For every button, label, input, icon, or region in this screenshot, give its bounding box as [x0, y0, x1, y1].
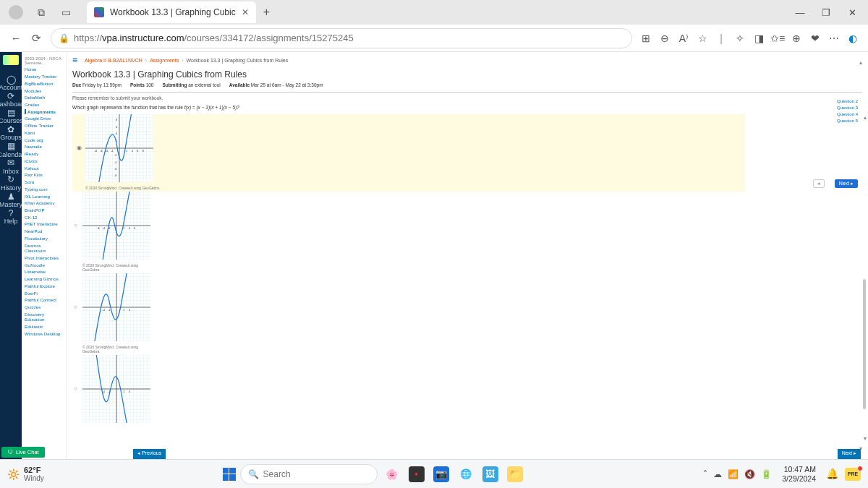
start-button[interactable]: [223, 468, 236, 481]
scroll-thumb[interactable]: [863, 279, 866, 409]
coursenav-ck-12[interactable]: CK-12: [25, 215, 63, 220]
live-chat-button[interactable]: 🗨 Live Chat: [1, 447, 45, 458]
coursenav-iready[interactable]: iReady: [25, 151, 63, 156]
tray-volume-icon[interactable]: 🔇: [744, 469, 755, 479]
content-scrollbar[interactable]: ▴ ▴ ▾ ▾: [859, 55, 867, 456]
notifications-icon[interactable]: 🔔: [826, 468, 839, 481]
coursenav-kami[interactable]: Kami: [25, 130, 63, 135]
system-tray[interactable]: ˄ ☁ 📶 🔇 🔋 10:47 AM 3/29/2024 🔔 PRE: [703, 465, 861, 482]
coursenav-icivics[interactable]: iCivics: [25, 158, 63, 163]
hamburger-icon[interactable]: ≡: [72, 55, 77, 65]
scroll-up-icon[interactable]: ▴: [864, 114, 867, 121]
tab-actions-icon[interactable]: ▭: [59, 6, 72, 19]
coursenav-typing-com[interactable]: Typing.com: [25, 187, 63, 192]
new-tab-button[interactable]: +: [263, 6, 270, 19]
coursenav-pivot-interactives[interactable]: Pivot Interactives: [25, 255, 63, 260]
tray-chevron-icon[interactable]: ˄: [703, 469, 707, 479]
tool-prev-button[interactable]: ◂: [813, 179, 825, 188]
taskbar-app-camera-icon[interactable]: 📷: [433, 466, 449, 482]
radio-icon[interactable]: ○: [74, 222, 77, 228]
weather-widget[interactable]: 🔆 62°F Windy: [7, 466, 44, 482]
taskbar-app-explorer-icon[interactable]: 📁: [507, 466, 523, 482]
coursenav-listenwise[interactable]: Listenwise: [25, 269, 63, 274]
answer-choice-d[interactable]: ○ -22-44: [72, 355, 145, 426]
breadcrumb-section[interactable]: Assignments: [150, 58, 179, 63]
coursenav-nearpod[interactable]: NearPod: [25, 228, 63, 234]
coursenav-grades[interactable]: Grades: [25, 102, 63, 107]
module-next-button[interactable]: Next ▸: [838, 449, 861, 459]
profile-avatar-icon[interactable]: [9, 5, 23, 20]
coursenav-kahoot[interactable]: Kahoot: [25, 166, 63, 171]
taskbar-app-edge-icon[interactable]: 🌐: [458, 466, 474, 482]
answer-choice-b[interactable]: ○ -22-44-66 © 2020 StrongMind. Created u…: [72, 192, 145, 273]
extensions-icon[interactable]: ✧: [731, 33, 749, 44]
coursenav-khan-academy[interactable]: Khan Academy: [25, 200, 63, 205]
coursenav-phet-interactive[interactable]: PhET Interactive: [25, 221, 63, 226]
back-button[interactable]: ←: [6, 32, 26, 44]
school-logo-icon[interactable]: [3, 55, 19, 65]
copilot-icon[interactable]: ◐: [843, 33, 862, 44]
tray-wifi-icon[interactable]: 📶: [728, 469, 739, 479]
collections-icon[interactable]: ⊕: [787, 33, 806, 44]
coursenav-pathful-connect[interactable]: Pathful Connect: [25, 297, 63, 302]
refresh-button[interactable]: ⟳: [26, 32, 46, 45]
coursenav-discovery-education[interactable]: Discovery Education: [25, 312, 63, 322]
module-prev-button[interactable]: ◂ Previous: [133, 449, 166, 459]
coursenav-deltamath[interactable]: DeltaMath: [25, 95, 63, 100]
coursenav-google-drive[interactable]: Google Drive: [25, 116, 63, 121]
coursenav-everfi[interactable]: EverFi: [25, 291, 63, 296]
coursenav-flocabulary[interactable]: Flocabulary: [25, 236, 63, 241]
tool-next-button[interactable]: Next ▸: [835, 179, 858, 188]
taskbar-clock[interactable]: 10:47 AM 3/29/2024: [782, 465, 816, 482]
zoom-icon[interactable]: ⊖: [655, 33, 674, 44]
coursenav-mastery-tracker[interactable]: Mastery Tracker: [25, 74, 63, 79]
address-bar[interactable]: 🔒 https://vpa.instructure.com/courses/33…: [51, 28, 632, 48]
app-launcher-icon[interactable]: ⊞: [637, 33, 655, 44]
browser-essentials-icon[interactable]: ❤: [806, 33, 825, 44]
coursenav-quizzes[interactable]: Quizzes: [25, 304, 63, 309]
coursenav-windows-desktop[interactable]: Windows Desktop: [25, 331, 63, 336]
window-close-button[interactable]: ✕: [839, 7, 865, 18]
taskbar-pre-badge[interactable]: PRE: [845, 468, 861, 481]
coursenav-gonoodle[interactable]: GoNoodle: [25, 262, 63, 267]
tab-close-icon[interactable]: ✕: [242, 7, 249, 17]
workspaces-icon[interactable]: ⧉: [35, 6, 48, 19]
question-nav-link[interactable]: Question 5: [814, 119, 858, 123]
coursenav-newsela[interactable]: Newsela: [25, 144, 63, 149]
question-nav-link[interactable]: Question 4: [814, 112, 858, 116]
question-nav-link[interactable]: Question 2: [814, 99, 858, 103]
coursenav-learning-gizmos[interactable]: Learning Gizmos: [25, 276, 63, 281]
coursenav-pathful-explore[interactable]: Pathful Explore: [25, 283, 63, 288]
radio-icon[interactable]: ○: [74, 385, 77, 392]
scroll-down-icon[interactable]: ▾: [859, 445, 862, 452]
scroll-down-icon[interactable]: ▾: [864, 435, 867, 442]
coursenav-edulastic[interactable]: Edulastic: [25, 324, 63, 329]
taskbar-app-photos-icon[interactable]: 🖼: [482, 466, 498, 482]
coursenav-brainpop[interactable]: BrainPOP: [25, 207, 63, 213]
coursenav-offline-tracker[interactable]: Offline Tracker: [25, 123, 63, 128]
coursenav-raz-kids[interactable]: Raz Kids: [25, 172, 63, 177]
coursenav-home[interactable]: Home: [25, 67, 63, 72]
window-restore-button[interactable]: ❐: [813, 7, 839, 18]
answer-choice-c[interactable]: ○ -22-44 © 2020 StrongMind. Created usin…: [72, 273, 145, 355]
radio-icon[interactable]: ◉: [77, 145, 82, 151]
breadcrumb-course[interactable]: Algebra II B-B2AL1NVCH: [85, 58, 142, 63]
question-nav-link[interactable]: Question 3: [814, 106, 858, 110]
coursenav-code-org[interactable]: Code.org: [25, 137, 63, 142]
taskbar-search[interactable]: 🔍 Search: [240, 464, 378, 484]
favorite-icon[interactable]: ☆: [693, 33, 712, 44]
split-screen-icon[interactable]: ◨: [749, 33, 768, 44]
taskbar-app-recorder-icon[interactable]: ●: [409, 466, 425, 482]
answer-choice-a[interactable]: ◉ -22-44-66-88 2468-2-4-6-8 © 2020 Stron…: [72, 114, 745, 192]
tray-battery-icon[interactable]: 🔋: [761, 469, 772, 479]
taskbar-app-blossom-icon[interactable]: 🌸: [384, 466, 400, 482]
settings-menu-icon[interactable]: ⋯: [825, 33, 843, 44]
favorites-bar-icon[interactable]: ✩≡: [768, 33, 787, 44]
coursenav-desmos-classroom[interactable]: Desmos Classroom: [25, 243, 63, 254]
site-info-icon[interactable]: 🔒: [59, 33, 69, 43]
coursenav-modules[interactable]: Modules: [25, 88, 63, 93]
read-aloud-icon[interactable]: A⁾: [674, 33, 693, 44]
coursenav-sora[interactable]: Sora: [25, 179, 63, 184]
window-minimize-button[interactable]: —: [787, 7, 813, 18]
tray-onedrive-icon[interactable]: ☁: [713, 469, 722, 479]
